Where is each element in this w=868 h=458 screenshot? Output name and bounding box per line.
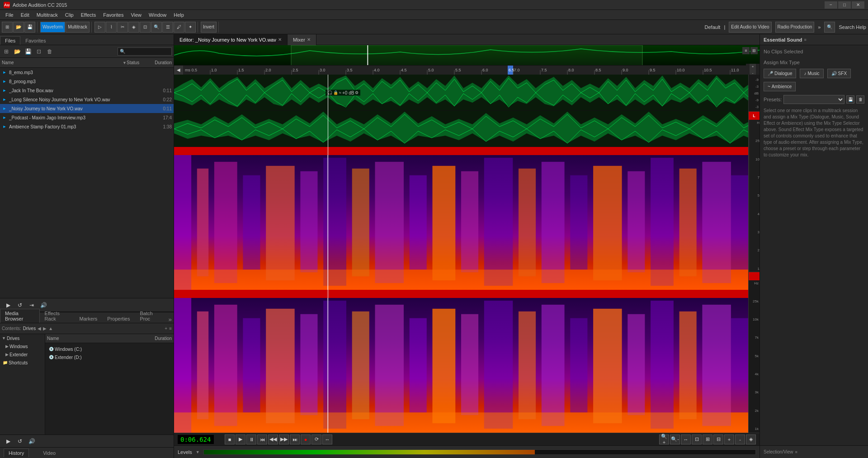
loop-btn[interactable]: ⟳ xyxy=(311,434,321,444)
timeline-zoom-in-btn[interactable]: + xyxy=(750,64,756,70)
save-btn[interactable]: 💾 xyxy=(24,22,35,33)
editor-tab-mixer[interactable]: Mixer ✕ xyxy=(288,34,316,45)
tab-batch-proc[interactable]: Batch Proc xyxy=(135,309,166,323)
multitrack-mode-btn[interactable]: Multitrack xyxy=(66,22,90,33)
waveform-mode-btn[interactable]: Waveform xyxy=(40,22,65,33)
editor-tab-close-icon[interactable]: ✕ xyxy=(278,37,282,42)
presets-select[interactable] xyxy=(783,95,844,104)
play-btn[interactable]: ▶ xyxy=(236,434,245,444)
files-sort-btn[interactable]: ▼ xyxy=(123,61,127,65)
menu-window[interactable]: Window xyxy=(145,10,170,20)
hand-tool-btn[interactable]: ☰ xyxy=(162,22,173,33)
open-icon[interactable]: 📂 xyxy=(13,47,22,56)
razor-tool-btn[interactable]: ◈ xyxy=(128,22,139,33)
transport-play-btn[interactable]: ▶ xyxy=(4,301,13,310)
clip-loop-btn[interactable]: ↔ xyxy=(322,434,332,444)
tab-video[interactable]: Video xyxy=(38,449,61,457)
transport-skip-btn[interactable]: ⇥ xyxy=(27,301,36,310)
editor-tab-mixer-close-icon[interactable]: ✕ xyxy=(307,37,311,42)
file-item[interactable]: ► Ambience Stamp Factory 01.mp3 1:38 xyxy=(0,122,174,131)
file-item[interactable]: ► _Podcast - Maxim Jago Interview.mp3 17… xyxy=(0,113,174,122)
zoom-wave-out-btn[interactable]: - xyxy=(735,434,745,444)
tab-history[interactable]: History xyxy=(4,449,29,457)
presets-save-btn[interactable]: 💾 xyxy=(846,95,854,104)
browser-expand-btn[interactable]: » xyxy=(167,316,174,323)
rewind-btn[interactable]: ◀◀ xyxy=(268,434,278,444)
file-item[interactable]: ► _Long Silence Noisy Journey to New Yor… xyxy=(0,95,174,104)
browser-loop-btn[interactable]: ↺ xyxy=(15,437,24,446)
transport-vol-btn[interactable]: 🔊 xyxy=(39,301,48,310)
file-item-active[interactable]: ► _Noisy Journey to New York VO.wav 0:11 xyxy=(0,104,174,113)
menu-clip[interactable]: Clip xyxy=(61,10,77,20)
delete-files-icon[interactable]: 🗑 xyxy=(45,47,54,56)
skip-forward-btn[interactable]: ⏭ xyxy=(290,434,300,444)
skip-back-btn[interactable]: ⏮ xyxy=(257,434,267,444)
zoom-sel-btn[interactable]: ◈ xyxy=(746,434,756,444)
file-item[interactable]: ► 8_emo.mp3 xyxy=(0,68,174,77)
record-btn[interactable]: ● xyxy=(301,434,311,444)
save-files-icon[interactable]: 💾 xyxy=(24,47,33,56)
minimize-button[interactable]: − xyxy=(825,1,837,9)
tab-markers[interactable]: Markers xyxy=(75,314,103,323)
presets-delete-btn[interactable]: 🗑 xyxy=(856,95,864,104)
waveform-display-1[interactable]: 🎧 🔒 ≈ +0 dB ⚙ xyxy=(174,75,748,110)
browser-vol-btn[interactable]: 🔊 xyxy=(27,437,36,446)
music-btn[interactable]: ♪ Music xyxy=(800,69,823,78)
location-options-btn[interactable]: ≡ xyxy=(169,326,172,331)
cut-tool-btn[interactable]: ✂ xyxy=(117,22,128,33)
spectrogram-top[interactable] xyxy=(174,155,748,290)
location-add-btn[interactable]: + xyxy=(165,326,167,331)
zoom-timeline-out-btn[interactable]: ⊟ xyxy=(713,434,723,444)
editor-tab-waveform[interactable]: Editor: _Noisy Journey to New York VO.wa… xyxy=(174,34,288,45)
menu-help[interactable]: Help xyxy=(170,10,188,20)
zoom-out-btn[interactable]: 🔍- xyxy=(670,434,680,444)
tree-item-windows[interactable]: ▶ Windows xyxy=(0,342,45,350)
fast-forward-btn[interactable]: ▶▶ xyxy=(279,434,289,444)
maximize-button[interactable]: □ xyxy=(838,1,851,9)
new-file-btn[interactable]: ⊞ xyxy=(2,22,13,33)
spot-heal-btn[interactable]: ✦ xyxy=(185,22,196,33)
ambience-btn[interactable]: ~ Ambience xyxy=(764,82,796,91)
file-item[interactable]: ► 8_proog.mp3 xyxy=(0,77,174,86)
tab-favorites[interactable]: Favorites xyxy=(20,36,51,45)
location-up-btn[interactable]: ▲ xyxy=(48,326,53,331)
zoom-wave-in-btn[interactable]: + xyxy=(724,434,734,444)
tab-properties[interactable]: Properties xyxy=(102,314,135,323)
tree-item-extender-d[interactable]: 💿 Extender (D:) xyxy=(47,353,172,361)
transport-loop-btn[interactable]: ↺ xyxy=(15,301,24,310)
waveform-display-2[interactable] xyxy=(174,111,748,146)
tree-item-extender[interactable]: ▶ Extender xyxy=(0,350,45,359)
menu-favorites[interactable]: Favorites xyxy=(99,10,127,20)
tab-files[interactable]: Files xyxy=(0,36,20,45)
tab-effects-rack[interactable]: Effects Rack xyxy=(40,309,75,323)
location-back-btn[interactable]: ◀ xyxy=(38,326,41,331)
new-file-icon[interactable]: ⊞ xyxy=(2,47,11,56)
menu-file[interactable]: File xyxy=(2,10,17,20)
tree-item-shortcuts[interactable]: 📁 Shortcuts xyxy=(0,359,45,367)
open-file-btn[interactable]: 📂 xyxy=(13,22,24,33)
browser-play-btn[interactable]: ▶ xyxy=(4,437,13,446)
time-select-btn[interactable]: ⊡ xyxy=(140,22,151,33)
location-forward-btn[interactable]: ▶ xyxy=(43,326,47,331)
timeline-ruler[interactable]: ◀ ms 0.5 1.0 1.5 2.0 2.5 3.0 xyxy=(174,66,760,75)
selection-tool-btn[interactable]: ▷ xyxy=(94,22,105,33)
file-item[interactable]: ► _Jack In The Box.wav 0:11 xyxy=(0,86,174,95)
tree-item-drives[interactable]: ▼ Drives xyxy=(0,334,45,342)
envelope-tool-btn[interactable]: ⌇ xyxy=(106,22,117,33)
pause-btn[interactable]: ⏸ xyxy=(246,434,256,444)
spectrogram-bottom[interactable] xyxy=(174,298,748,433)
menu-effects[interactable]: Effects xyxy=(77,10,99,20)
edit-audio-video-btn[interactable]: Edit Audio to Video xyxy=(729,22,771,33)
invert-btn[interactable]: Invert xyxy=(201,22,217,33)
files-search-input[interactable] xyxy=(118,47,172,56)
overview-zoom-in-btn[interactable]: ≡ xyxy=(742,47,750,54)
stop-btn[interactable]: ■ xyxy=(225,434,235,444)
zoom-timeline-in-btn[interactable]: ⊞ xyxy=(703,434,712,444)
sfx-btn[interactable]: 🔊 SFX xyxy=(827,69,851,78)
brush-tool-btn[interactable]: 🖊 xyxy=(174,22,184,33)
zoom-in-btn[interactable]: 🔍+ xyxy=(659,434,669,444)
waveform-overview[interactable]: ≡ ⊞ xyxy=(174,45,760,66)
zoom-tool-btn[interactable]: 🔍 xyxy=(151,22,162,33)
close-files-icon[interactable]: ⊡ xyxy=(34,47,43,56)
search-help-btn[interactable]: 🔍 xyxy=(824,22,835,33)
